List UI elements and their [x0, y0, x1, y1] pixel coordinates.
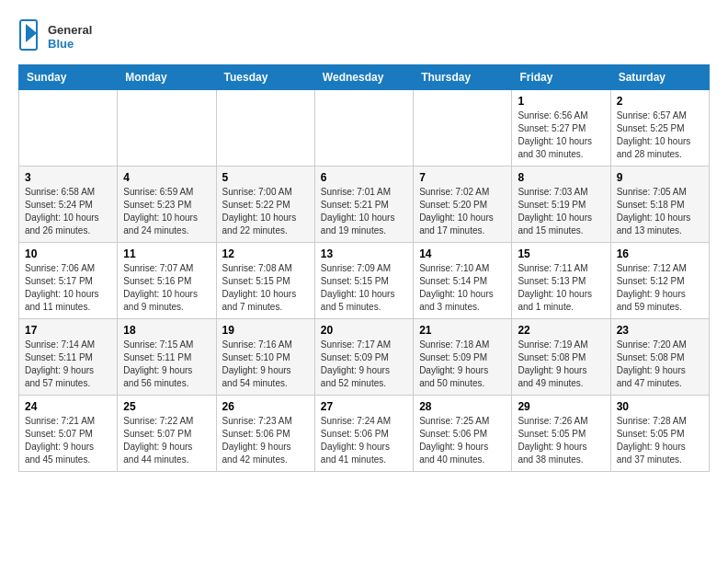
day-number: 3	[25, 171, 111, 184]
calendar-cell: 23Sunrise: 7:20 AM Sunset: 5:08 PM Dayli…	[610, 319, 709, 396]
svg-marker-3	[26, 24, 37, 42]
day-number: 14	[419, 247, 506, 260]
day-number: 20	[321, 324, 407, 337]
day-info: Sunrise: 7:02 AM Sunset: 5:20 PM Dayligh…	[419, 186, 506, 237]
day-info: Sunrise: 7:09 AM Sunset: 5:15 PM Dayligh…	[321, 262, 407, 314]
calendar-cell: 22Sunrise: 7:19 AM Sunset: 5:08 PM Dayli…	[512, 319, 610, 396]
calendar-week-row: 10Sunrise: 7:06 AM Sunset: 5:17 PM Dayli…	[19, 243, 710, 319]
day-number: 22	[518, 324, 604, 337]
day-number: 4	[123, 171, 210, 184]
calendar-cell: 3Sunrise: 6:58 AM Sunset: 5:24 PM Daylig…	[19, 167, 118, 243]
day-info: Sunrise: 7:12 AM Sunset: 5:12 PM Dayligh…	[617, 262, 703, 314]
calendar-cell: 11Sunrise: 7:07 AM Sunset: 5:16 PM Dayli…	[118, 243, 216, 319]
calendar-cell: 14Sunrise: 7:10 AM Sunset: 5:14 PM Dayli…	[414, 243, 512, 319]
day-number: 24	[25, 400, 111, 413]
logo-svg: General Blue	[18, 18, 101, 55]
calendar-week-row: 3Sunrise: 6:58 AM Sunset: 5:24 PM Daylig…	[19, 167, 710, 243]
day-number: 16	[617, 247, 703, 260]
calendar-cell	[314, 90, 413, 167]
day-info: Sunrise: 6:57 AM Sunset: 5:25 PM Dayligh…	[617, 109, 703, 161]
calendar-cell	[414, 90, 512, 167]
weekday-header-friday: Friday	[512, 65, 610, 90]
calendar-cell: 7Sunrise: 7:02 AM Sunset: 5:20 PM Daylig…	[414, 167, 512, 243]
day-info: Sunrise: 6:58 AM Sunset: 5:24 PM Dayligh…	[25, 186, 111, 237]
calendar-week-row: 24Sunrise: 7:21 AM Sunset: 5:07 PM Dayli…	[19, 396, 710, 472]
calendar-cell	[216, 90, 314, 167]
page-header: General Blue	[18, 18, 710, 55]
calendar-cell: 29Sunrise: 7:26 AM Sunset: 5:05 PM Dayli…	[512, 396, 610, 472]
calendar-week-row: 1Sunrise: 6:56 AM Sunset: 5:27 PM Daylig…	[19, 90, 710, 167]
day-number: 17	[25, 324, 111, 337]
day-info: Sunrise: 6:59 AM Sunset: 5:23 PM Dayligh…	[123, 186, 210, 237]
calendar-table: SundayMondayTuesdayWednesdayThursdayFrid…	[18, 64, 710, 472]
weekday-header-monday: Monday	[118, 65, 216, 90]
day-number: 9	[617, 171, 703, 184]
day-number: 12	[222, 247, 309, 260]
calendar-cell	[118, 90, 216, 167]
day-info: Sunrise: 7:28 AM Sunset: 5:05 PM Dayligh…	[617, 415, 703, 466]
day-info: Sunrise: 7:19 AM Sunset: 5:08 PM Dayligh…	[518, 339, 604, 390]
day-number: 25	[123, 400, 210, 413]
day-info: Sunrise: 7:16 AM Sunset: 5:10 PM Dayligh…	[222, 339, 309, 390]
calendar-cell: 20Sunrise: 7:17 AM Sunset: 5:09 PM Dayli…	[314, 319, 413, 396]
day-info: Sunrise: 7:03 AM Sunset: 5:19 PM Dayligh…	[518, 186, 604, 237]
day-number: 7	[419, 171, 506, 184]
day-number: 11	[123, 247, 210, 260]
calendar-cell	[19, 90, 118, 167]
day-number: 21	[419, 324, 506, 337]
calendar-cell: 30Sunrise: 7:28 AM Sunset: 5:05 PM Dayli…	[610, 396, 709, 472]
day-number: 26	[222, 400, 309, 413]
day-info: Sunrise: 6:56 AM Sunset: 5:27 PM Dayligh…	[518, 109, 604, 161]
svg-text:Blue: Blue	[48, 37, 74, 51]
day-info: Sunrise: 7:11 AM Sunset: 5:13 PM Dayligh…	[518, 262, 604, 314]
calendar-cell: 25Sunrise: 7:22 AM Sunset: 5:07 PM Dayli…	[118, 396, 216, 472]
day-info: Sunrise: 7:26 AM Sunset: 5:05 PM Dayligh…	[518, 415, 604, 466]
logo: General Blue	[18, 18, 101, 55]
day-number: 28	[419, 400, 506, 413]
day-info: Sunrise: 7:22 AM Sunset: 5:07 PM Dayligh…	[123, 415, 210, 466]
weekday-header-thursday: Thursday	[414, 65, 512, 90]
day-number: 27	[321, 400, 407, 413]
calendar-cell: 10Sunrise: 7:06 AM Sunset: 5:17 PM Dayli…	[19, 243, 118, 319]
weekday-header-sunday: Sunday	[19, 65, 118, 90]
day-number: 5	[222, 171, 309, 184]
day-info: Sunrise: 7:23 AM Sunset: 5:06 PM Dayligh…	[222, 415, 309, 466]
calendar-cell: 18Sunrise: 7:15 AM Sunset: 5:11 PM Dayli…	[118, 319, 216, 396]
weekday-header-row: SundayMondayTuesdayWednesdayThursdayFrid…	[19, 65, 710, 90]
calendar-week-row: 17Sunrise: 7:14 AM Sunset: 5:11 PM Dayli…	[19, 319, 710, 396]
calendar-cell: 15Sunrise: 7:11 AM Sunset: 5:13 PM Dayli…	[512, 243, 610, 319]
calendar-cell: 26Sunrise: 7:23 AM Sunset: 5:06 PM Dayli…	[216, 396, 314, 472]
calendar-cell: 27Sunrise: 7:24 AM Sunset: 5:06 PM Dayli…	[314, 396, 413, 472]
svg-text:General: General	[48, 23, 92, 37]
weekday-header-saturday: Saturday	[610, 65, 709, 90]
day-number: 10	[25, 247, 111, 260]
calendar-cell: 24Sunrise: 7:21 AM Sunset: 5:07 PM Dayli…	[19, 396, 118, 472]
day-number: 29	[518, 400, 604, 413]
calendar-cell: 21Sunrise: 7:18 AM Sunset: 5:09 PM Dayli…	[414, 319, 512, 396]
calendar-cell: 12Sunrise: 7:08 AM Sunset: 5:15 PM Dayli…	[216, 243, 314, 319]
day-info: Sunrise: 7:00 AM Sunset: 5:22 PM Dayligh…	[222, 186, 309, 237]
day-number: 1	[518, 95, 604, 108]
day-number: 2	[617, 95, 703, 108]
day-info: Sunrise: 7:24 AM Sunset: 5:06 PM Dayligh…	[321, 415, 407, 466]
weekday-header-wednesday: Wednesday	[314, 65, 413, 90]
day-number: 8	[518, 171, 604, 184]
day-number: 6	[321, 171, 407, 184]
day-info: Sunrise: 7:15 AM Sunset: 5:11 PM Dayligh…	[123, 339, 210, 390]
calendar-cell: 17Sunrise: 7:14 AM Sunset: 5:11 PM Dayli…	[19, 319, 118, 396]
day-number: 30	[617, 400, 703, 413]
day-number: 23	[617, 324, 703, 337]
day-info: Sunrise: 7:25 AM Sunset: 5:06 PM Dayligh…	[419, 415, 506, 466]
calendar-cell: 16Sunrise: 7:12 AM Sunset: 5:12 PM Dayli…	[610, 243, 709, 319]
day-info: Sunrise: 7:08 AM Sunset: 5:15 PM Dayligh…	[222, 262, 309, 314]
day-info: Sunrise: 7:01 AM Sunset: 5:21 PM Dayligh…	[321, 186, 407, 237]
day-info: Sunrise: 7:18 AM Sunset: 5:09 PM Dayligh…	[419, 339, 506, 390]
day-number: 13	[321, 247, 407, 260]
day-info: Sunrise: 7:17 AM Sunset: 5:09 PM Dayligh…	[321, 339, 407, 390]
day-number: 18	[123, 324, 210, 337]
calendar-cell: 6Sunrise: 7:01 AM Sunset: 5:21 PM Daylig…	[314, 167, 413, 243]
day-info: Sunrise: 7:06 AM Sunset: 5:17 PM Dayligh…	[25, 262, 111, 314]
calendar-cell: 28Sunrise: 7:25 AM Sunset: 5:06 PM Dayli…	[414, 396, 512, 472]
day-info: Sunrise: 7:10 AM Sunset: 5:14 PM Dayligh…	[419, 262, 506, 314]
weekday-header-tuesday: Tuesday	[216, 65, 314, 90]
